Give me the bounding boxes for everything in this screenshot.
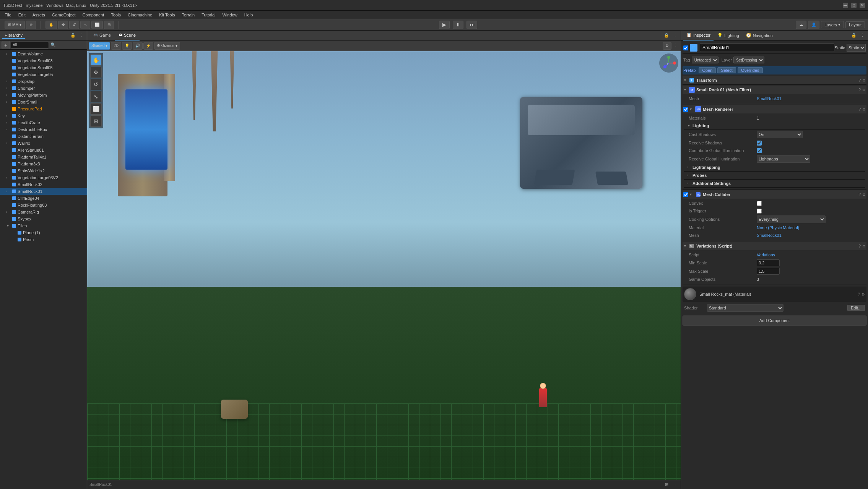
rect-tool[interactable]: ⬜ xyxy=(91,21,103,29)
object-active-checkbox[interactable] xyxy=(683,45,688,50)
list-item[interactable]: SmallRock02 xyxy=(0,181,87,188)
tool-rotate[interactable]: ↺ xyxy=(90,79,102,90)
step-button[interactable]: ⏭ xyxy=(467,21,477,29)
hierarchy-menu-btn[interactable]: ⋮ xyxy=(78,32,85,39)
scene-lock-btn[interactable]: 🔒 xyxy=(663,32,670,39)
list-item[interactable]: Skybox xyxy=(0,215,87,222)
layer-dropdown[interactable]: SetDressing xyxy=(733,57,764,63)
menu-edit[interactable]: Edit xyxy=(15,12,29,18)
menu-assets[interactable]: Assets xyxy=(29,12,48,18)
list-item[interactable]: › Dropship xyxy=(0,78,87,85)
meshfilter-settings[interactable]: ⚙ xyxy=(862,88,866,92)
menu-kittools[interactable]: Kit Tools xyxy=(156,12,178,18)
scene-orientation-gizmo[interactable]: Y xyxy=(659,53,678,73)
list-item[interactable]: RockFloating03 xyxy=(0,202,87,209)
tool-hand[interactable]: ✋ xyxy=(90,54,102,66)
tab-lighting[interactable]: 💡 Lighting xyxy=(714,31,742,40)
list-item[interactable]: › DestructibleBox xyxy=(0,126,87,133)
list-item[interactable]: › Key xyxy=(0,112,87,119)
hierarchy-search-btn[interactable]: 🔍 xyxy=(50,42,57,49)
lightmapping-subsection-header[interactable]: › Lightmapping xyxy=(684,164,865,172)
receive-shadows-checkbox[interactable] xyxy=(757,141,762,146)
transform-help[interactable]: ? xyxy=(858,78,861,83)
shader-dropdown[interactable]: Standard xyxy=(707,304,783,312)
lighting-subsection-header[interactable]: ▼ Lighting xyxy=(684,122,865,130)
hierarchy-tab[interactable]: Hierarchy xyxy=(2,32,25,39)
menu-tutorial[interactable]: Tutorial xyxy=(198,12,218,18)
mesh-value[interactable]: SmallRock01 xyxy=(757,96,782,101)
scene-view[interactable]: ✋ ✥ ↺ ⤡ ⬜ ⊞ Y xyxy=(87,51,681,480)
hierarchy-add-btn[interactable]: + xyxy=(2,41,10,49)
tab-scene[interactable]: 🏔 Scene xyxy=(115,31,140,40)
tool-scale[interactable]: ⤡ xyxy=(90,91,102,102)
contribute-gi-checkbox[interactable] xyxy=(757,148,762,153)
tab-game[interactable]: 🎮 Game xyxy=(89,31,115,40)
list-item[interactable]: ▼ Ellen xyxy=(0,222,87,229)
list-item[interactable]: VegetationSmall05 xyxy=(0,64,87,71)
meshrenderer-settings[interactable]: ⚙ xyxy=(862,107,866,112)
lighting-btn[interactable]: 💡 xyxy=(122,42,132,50)
close-button[interactable]: ✕ xyxy=(860,3,865,8)
menu-terrain[interactable]: Terrain xyxy=(179,12,198,18)
layout-button[interactable]: Layout xyxy=(845,21,865,28)
prefab-overrides-btn[interactable]: Overrides xyxy=(738,67,763,73)
inspector-lock-btn[interactable]: 🔒 xyxy=(850,32,857,39)
list-item[interactable]: › DoorSmall xyxy=(0,99,87,105)
scene-menu-btn[interactable]: ⋮ xyxy=(671,32,678,39)
min-scale-input[interactable] xyxy=(757,259,780,266)
component-header-variations[interactable]: ▼ V Variations (Script) ? ⚙ xyxy=(683,242,866,250)
script-value[interactable]: Variations xyxy=(757,253,775,257)
scene-settings-btn[interactable]: ⚙ xyxy=(663,42,671,50)
transform-mode-btn[interactable]: ⊞ MM ▾ xyxy=(5,21,25,29)
transform-extra-btn[interactable]: ⊕ xyxy=(26,21,36,29)
hierarchy-search-input[interactable] xyxy=(11,42,49,49)
list-item[interactable]: Platform3x3 xyxy=(0,160,87,167)
menu-tools[interactable]: Tools xyxy=(108,12,124,18)
minimize-button[interactable]: — xyxy=(843,3,848,8)
list-item[interactable]: CliffEdge04 xyxy=(0,195,87,202)
component-header-meshcollider[interactable]: ▼ MC Mesh Collider ? ⚙ xyxy=(683,190,866,199)
list-item[interactable]: PlatformTall4x1 xyxy=(0,154,87,160)
play-button[interactable]: ▶ xyxy=(439,21,450,29)
material-help[interactable]: ? xyxy=(858,292,860,296)
rotate-tool[interactable]: ↺ xyxy=(69,21,79,29)
receive-gi-dropdown[interactable]: Lightmaps Light Probes xyxy=(757,155,810,163)
prefab-open-btn[interactable]: Open xyxy=(699,67,716,73)
tool-rect[interactable]: ⬜ xyxy=(90,103,102,115)
material-settings[interactable]: ⚙ xyxy=(861,292,865,296)
layers-button[interactable]: Layers ▾ xyxy=(821,21,844,28)
tag-dropdown[interactable]: Untagged xyxy=(692,57,718,63)
convex-checkbox[interactable] xyxy=(757,201,762,206)
static-dropdown[interactable]: Static xyxy=(847,44,866,52)
transform-tool[interactable]: ⊞ xyxy=(104,21,114,29)
move-tool[interactable]: ✥ xyxy=(58,21,68,29)
cast-shadows-dropdown[interactable]: On Off Two Sided xyxy=(757,131,803,138)
component-header-meshfilter[interactable]: ▼ M Small Rock 01 (Mesh Filter) ? ⚙ xyxy=(683,86,866,94)
tool-move[interactable]: ✥ xyxy=(90,66,102,78)
list-item[interactable]: › Chomper xyxy=(0,85,87,92)
meshcollider-help[interactable]: ? xyxy=(858,193,861,197)
object-name-input[interactable] xyxy=(700,44,834,52)
list-item[interactable]: › CameraRig xyxy=(0,209,87,215)
list-item[interactable]: Plane (1) xyxy=(0,229,87,236)
list-item[interactable]: › Wall4x xyxy=(0,140,87,147)
menu-window[interactable]: Window xyxy=(219,12,241,18)
tab-navigation[interactable]: 🧭 Navigation xyxy=(743,31,776,40)
component-header-transform[interactable]: ▼ T Transform ? ⚙ xyxy=(683,76,866,84)
shader-edit-btn[interactable]: Edit... xyxy=(847,305,865,311)
list-item[interactable]: › HealthCrate xyxy=(0,119,87,126)
add-component-button[interactable]: Add Component xyxy=(683,316,866,325)
collab-btn[interactable]: ☁ xyxy=(796,21,806,29)
fx-btn[interactable]: ⚡ xyxy=(143,42,153,50)
collider-mesh-value[interactable]: SmallRock01 xyxy=(757,233,782,238)
is-trigger-checkbox[interactable] xyxy=(757,209,762,214)
scene-extra-btn-1[interactable]: ⊞ xyxy=(663,481,670,488)
tool-transform[interactable]: ⊞ xyxy=(90,115,102,127)
meshrenderer-checkbox[interactable] xyxy=(683,107,688,112)
variations-help[interactable]: ? xyxy=(858,244,861,248)
pause-button[interactable]: ⏸ xyxy=(453,21,463,29)
hierarchy-lock-btn[interactable]: 🔒 xyxy=(70,32,76,39)
probes-subsection-header[interactable]: › Probes xyxy=(684,172,865,180)
list-item[interactable]: AlienStatue01 xyxy=(0,147,87,154)
component-header-meshrenderer[interactable]: ▼ MR Mesh Renderer ? ⚙ xyxy=(683,105,866,113)
